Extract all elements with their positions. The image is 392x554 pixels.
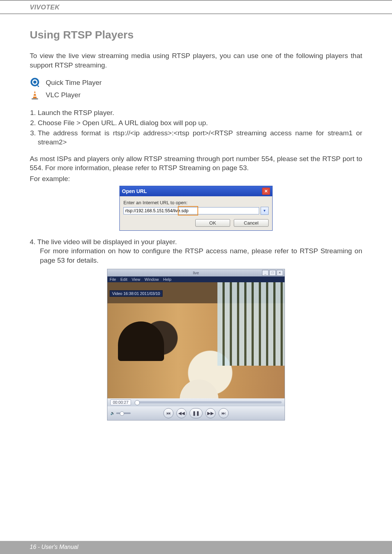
qt-titlebar: live _ □ ✕ bbox=[107, 269, 285, 276]
dialog-titlebar: Open URL ✕ bbox=[120, 186, 272, 196]
step-3: The address format is rtsp://<ip address… bbox=[38, 128, 362, 147]
qt-forward-button[interactable]: ▶▶ bbox=[205, 408, 216, 418]
svg-rect-4 bbox=[34, 93, 36, 94]
player-vlc-label: VLC Player bbox=[46, 91, 81, 99]
for-example-label: For example: bbox=[30, 174, 362, 184]
quicktime-icon bbox=[30, 78, 40, 88]
qt-menu-file[interactable]: File bbox=[110, 277, 116, 282]
step-4: 4. The live video will be displayed in y… bbox=[30, 237, 362, 265]
qt-volume: 🔉 bbox=[110, 411, 131, 415]
dialog-url-dropdown[interactable]: ▾ bbox=[261, 207, 269, 215]
svg-point-1 bbox=[33, 81, 37, 84]
qt-video-overlay-timestamp: Video 16:38:01 2011/03/10 bbox=[110, 290, 163, 297]
qt-seek-bar: 00:00:27 bbox=[107, 398, 285, 406]
page-footer: 16 - User's Manual bbox=[0, 541, 392, 554]
intro-paragraph: To view the live view streaming media us… bbox=[30, 51, 362, 70]
step-4-line2: For more information on how to configure… bbox=[30, 246, 362, 265]
isp-note: As most ISPs and players only allow RTSP… bbox=[30, 154, 362, 173]
dialog-url-input[interactable] bbox=[123, 207, 259, 214]
dialog-prompt: Enter an Internet URL to open: bbox=[123, 200, 269, 205]
dialog-cancel-button[interactable]: Cancel bbox=[234, 219, 269, 227]
qt-volume-icon: 🔉 bbox=[110, 411, 115, 415]
step-4-line1: 4. The live video will be displayed in y… bbox=[30, 238, 177, 246]
dialog-body: Enter an Internet URL to open: ▾ bbox=[120, 196, 272, 216]
svg-rect-6 bbox=[32, 98, 38, 100]
player-list: Quick Time Player VLC Player bbox=[30, 78, 362, 100]
footer-text: 16 - User's Manual bbox=[30, 544, 78, 550]
quicktime-player-wrap: live _ □ ✕ File Edit View Window Help Vi… bbox=[30, 269, 362, 420]
qt-skip-forward-button[interactable]: ⏭ bbox=[219, 408, 229, 418]
svg-rect-5 bbox=[33, 96, 37, 97]
qt-window-title: live bbox=[193, 271, 199, 275]
qt-seek-track[interactable] bbox=[135, 401, 282, 403]
step-1: Launch the RTSP player. bbox=[38, 108, 362, 118]
qt-timecode: 00:00:27 bbox=[110, 399, 131, 405]
qt-pause-button[interactable]: ❚❚ bbox=[189, 408, 203, 418]
qt-minimize-button[interactable]: _ bbox=[262, 270, 269, 276]
brand-text: VIVOTEK bbox=[30, 4, 60, 11]
open-url-dialog: Open URL ✕ Enter an Internet URL to open… bbox=[119, 186, 273, 231]
steps-list: Launch the RTSP player. Choose File > Op… bbox=[30, 108, 362, 147]
svg-marker-3 bbox=[33, 91, 37, 98]
dialog-buttons: OK Cancel bbox=[120, 216, 272, 230]
dialog-title: Open URL bbox=[122, 188, 147, 194]
qt-video-area: Video 16:38:01 2011/03/10 bbox=[107, 282, 285, 398]
qt-volume-slider[interactable] bbox=[116, 413, 131, 414]
qt-skip-back-button[interactable]: ⏮ bbox=[163, 408, 173, 418]
dialog-close-button[interactable]: ✕ bbox=[262, 188, 270, 195]
qt-menubar: File Edit View Window Help bbox=[107, 276, 285, 282]
player-quicktime-label: Quick Time Player bbox=[46, 79, 102, 87]
section-title: Using RTSP Players bbox=[30, 29, 362, 41]
qt-menu-edit[interactable]: Edit bbox=[121, 277, 127, 282]
open-url-dialog-wrap: Open URL ✕ Enter an Internet URL to open… bbox=[30, 186, 362, 231]
player-quicktime: Quick Time Player bbox=[30, 78, 362, 88]
step-2: Choose File > Open URL. A URL dialog box… bbox=[38, 118, 362, 128]
quicktime-player-window: live _ □ ✕ File Edit View Window Help Vi… bbox=[107, 269, 285, 420]
qt-maximize-button[interactable]: □ bbox=[269, 270, 276, 276]
qt-controls: 🔉 ⏮ ◀◀ ❚❚ ▶▶ ⏭ bbox=[107, 406, 285, 420]
player-vlc: VLC Player bbox=[30, 90, 362, 100]
qt-menu-view[interactable]: View bbox=[132, 277, 140, 282]
qt-menu-help[interactable]: Help bbox=[163, 277, 171, 282]
page-body: Using RTSP Players To view the live view… bbox=[0, 14, 392, 420]
dialog-ok-button[interactable]: OK bbox=[195, 219, 230, 227]
page-header: VIVOTEK bbox=[0, 0, 392, 14]
qt-close-button[interactable]: ✕ bbox=[277, 270, 283, 276]
qt-rewind-button[interactable]: ◀◀ bbox=[176, 408, 187, 418]
vlc-icon bbox=[30, 90, 40, 100]
qt-menu-window[interactable]: Window bbox=[144, 277, 159, 282]
